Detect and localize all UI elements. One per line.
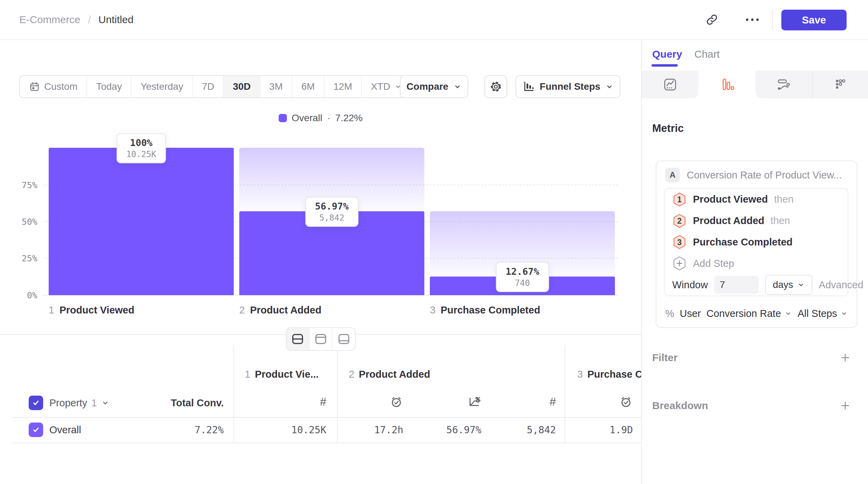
copy-link-button[interactable] <box>700 0 724 39</box>
chart-type-dropdown[interactable]: Funnel Steps <box>515 75 620 98</box>
compare-button[interactable]: Compare <box>400 75 468 98</box>
advanced-dropdown[interactable]: Advanced <box>819 279 868 291</box>
hash-icon: # <box>550 395 556 408</box>
range-6m[interactable]: 6M <box>292 76 325 97</box>
legend-swatch[interactable] <box>279 114 287 122</box>
x-step-number: 1 <box>49 304 54 316</box>
toggle-table-only[interactable] <box>332 328 355 350</box>
y-tick-50: 50% <box>7 217 37 227</box>
funnel-bar-step-1[interactable] <box>49 148 234 295</box>
range-label: XTD <box>371 81 390 92</box>
split-view-icon <box>291 333 304 345</box>
step-number: 3 <box>672 235 687 250</box>
window-unit-dropdown[interactable]: days <box>765 275 812 295</box>
window-value-input[interactable] <box>714 276 759 294</box>
range-today[interactable]: Today <box>87 76 132 97</box>
chevron-down-icon <box>797 281 805 289</box>
count-column-icon[interactable]: # <box>299 393 326 411</box>
link-icon <box>705 13 719 27</box>
tooltip-count: 740 <box>505 278 539 288</box>
cell-total-conv: 7.22% <box>155 421 224 438</box>
add-breakdown-button[interactable] <box>838 398 853 413</box>
range-3m[interactable]: 3M <box>260 76 292 97</box>
group-name: Product Vie... <box>255 369 319 380</box>
counting-method-dropdown[interactable]: User <box>680 308 701 319</box>
funnel-bar-converted <box>49 148 234 295</box>
bar-value-tooltip: 12.67% 740 <box>496 262 549 292</box>
more-options-button[interactable] <box>740 0 764 39</box>
chevron-down-icon <box>867 281 868 289</box>
select-all-checkbox[interactable] <box>29 396 43 410</box>
bottom-panel-icon <box>338 333 350 345</box>
breadcrumb-project[interactable]: E-Commerce <box>19 14 80 26</box>
funnel-step-row-1[interactable]: 1 Product Viewed then <box>672 189 840 210</box>
property-dropdown[interactable]: Property 1 <box>49 396 109 410</box>
range-label: 3M <box>269 81 283 92</box>
window-unit-label: days <box>773 279 793 290</box>
tab-insights[interactable] <box>649 71 691 98</box>
funnel-step-row-2[interactable]: 2 Product Added then <box>672 210 840 232</box>
count-column-icon[interactable]: # <box>528 393 556 411</box>
x-step-name: Product Viewed <box>59 304 134 316</box>
breadcrumb-report-title[interactable]: Untitled <box>98 14 134 26</box>
bar-value-tooltip: 56.97% 5,842 <box>305 197 358 227</box>
range-yesterday[interactable]: Yesterday <box>132 76 193 97</box>
measure-dropdown[interactable]: Conversion Rate <box>706 308 792 319</box>
table-group-header-3[interactable]: 3 Purchase C <box>577 367 641 382</box>
x-step-label-2: 2 Product Added <box>239 304 321 316</box>
tab-query[interactable]: Query <box>652 48 682 60</box>
chevron-down-icon <box>101 399 109 407</box>
group-name: Product Added <box>359 369 430 380</box>
y-tick-0: 0% <box>7 290 37 300</box>
view-layout-toggle <box>286 327 356 351</box>
check-icon <box>32 399 40 407</box>
range-label: 6M <box>301 81 315 92</box>
table-group-header-1[interactable]: 1 Product Vie... <box>245 367 319 382</box>
tab-chart[interactable]: Chart <box>694 48 720 60</box>
metric-title-row[interactable]: A Conversion Rate of Product View... <box>665 167 842 183</box>
measurement-row: % User Conversion Rate All Steps <box>665 306 848 321</box>
top-header: E-Commerce / Untitled Save <box>0 0 868 40</box>
alarm-check-icon <box>619 395 633 409</box>
funnel-step-row-3[interactable]: 3 Purchase Completed <box>672 232 840 253</box>
time-to-convert-column-icon[interactable] <box>605 393 633 411</box>
ellipsis-icon <box>745 17 760 22</box>
toggle-split-view[interactable] <box>287 328 310 350</box>
group-number: 1 <box>245 369 250 380</box>
report-type-tabs <box>642 71 868 98</box>
metric-heading: Metric <box>652 122 684 135</box>
legend-series[interactable]: Overall <box>292 113 322 124</box>
scope-dropdown[interactable]: All Steps <box>798 308 848 319</box>
tab-funnels-active[interactable] <box>706 71 748 98</box>
breakdown-label: Breakdown <box>652 400 708 412</box>
range-30d-selected[interactable]: 30D <box>224 76 260 97</box>
y-tick-75: 75% <box>7 180 37 190</box>
x-step-name: Purchase Completed <box>441 304 540 316</box>
range-custom[interactable]: Custom <box>20 76 87 97</box>
save-button[interactable]: Save <box>781 10 847 30</box>
row-checkbox[interactable] <box>29 423 43 437</box>
cell-step2-count: 5,842 <box>487 421 556 438</box>
add-filter-button[interactable] <box>838 350 853 365</box>
total-conv-column-header[interactable]: Total Conv. <box>138 396 224 410</box>
chart-settings-button[interactable] <box>484 75 507 98</box>
chart-type-label: Funnel Steps <box>540 81 600 92</box>
range-7d[interactable]: 7D <box>193 76 224 97</box>
conversion-rate-column-icon[interactable] <box>454 393 481 411</box>
time-to-convert-column-icon[interactable] <box>376 393 403 411</box>
range-12m[interactable]: 12M <box>325 76 362 97</box>
toggle-chart-only[interactable] <box>310 328 333 350</box>
tab-retention[interactable] <box>819 71 861 98</box>
x-step-name: Product Added <box>250 304 321 316</box>
breadcrumb: E-Commerce / Untitled <box>19 0 134 39</box>
metric-badge: A <box>665 168 680 182</box>
hexagon-plus-icon <box>672 256 687 271</box>
metric-card: A Conversion Rate of Product View... 1 P… <box>656 161 857 328</box>
table-group-header-2[interactable]: 2 Product Added <box>349 367 430 382</box>
add-step-row[interactable]: Add Step <box>672 253 840 274</box>
metric-title: Conversion Rate of Product View... <box>687 170 842 181</box>
x-step-number: 2 <box>239 304 245 316</box>
gear-icon <box>489 80 502 93</box>
tab-flows[interactable] <box>763 71 804 98</box>
date-range-picker: Custom Today Yesterday 7D 30D 3M 6M 12M … <box>19 75 412 98</box>
